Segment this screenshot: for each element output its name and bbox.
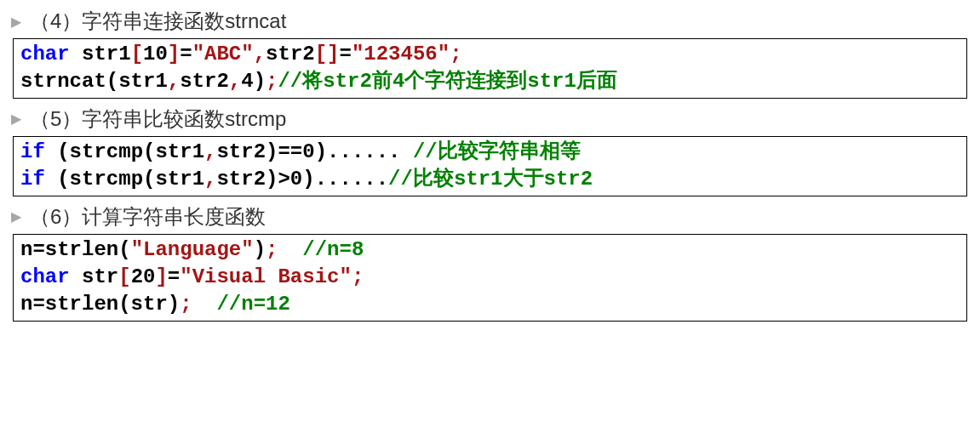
- code-block: if (strcmp(str1,str2)==0)...... //比较字符串相…: [13, 136, 967, 196]
- code-token: "Visual Basic": [180, 265, 352, 288]
- code-token: str: [70, 265, 119, 288]
- code-token: ): [254, 238, 266, 261]
- code-token: 4): [241, 70, 266, 93]
- code-token: ,: [204, 168, 216, 191]
- code-token: strncat(str1: [20, 70, 168, 93]
- code-token: //n=8: [302, 238, 364, 261]
- code-line: char str1[10]="ABC",str2[]="123456";: [20, 41, 960, 68]
- code-token: ,: [229, 70, 241, 93]
- code-token: [278, 238, 302, 261]
- code-token: //n=12: [216, 293, 289, 316]
- code-token: "ABC": [192, 43, 254, 65]
- code-token: [192, 293, 217, 316]
- code-block: n=strlen("Language"); //n=8char str[20]=…: [13, 234, 967, 322]
- code-token: []: [315, 43, 340, 65]
- section: ▶（6）计算字符串长度函数n=strlen("Language"); //n=8…: [13, 203, 967, 322]
- code-token: str2)==0)......: [216, 140, 412, 163]
- code-line: strncat(str1,str2,4);//将str2前4个字符连接到str1…: [20, 68, 960, 95]
- code-token: char: [20, 265, 70, 288]
- code-token: ,: [204, 140, 216, 163]
- code-token: ;: [266, 70, 278, 93]
- section: ▶（4）字符串连接函数strncatchar str1[10]="ABC",st…: [13, 8, 967, 99]
- bullet-icon: ▶: [11, 111, 21, 127]
- code-line: n=strlen(str); //n=12: [20, 291, 960, 318]
- code-token: if: [20, 168, 45, 191]
- section-heading: ▶（4）字符串连接函数strncat: [13, 8, 967, 35]
- code-token: ;: [450, 43, 461, 65]
- code-token: char: [20, 43, 70, 65]
- code-token: (strcmp(str1: [45, 168, 204, 191]
- code-token: =: [168, 265, 180, 288]
- code-token: str2: [180, 70, 229, 93]
- bullet-icon: ▶: [11, 208, 21, 225]
- code-token: //比较字符串相等: [413, 140, 581, 163]
- code-block: char str1[10]="ABC",str2[]="123456";strn…: [13, 38, 967, 99]
- code-line: if (strcmp(str1,str2)>0)......//比较str1大于…: [20, 166, 960, 193]
- heading-text: （4）字符串连接函数strncat: [30, 8, 286, 35]
- code-token: ;: [266, 238, 278, 261]
- section-heading: ▶（5）字符串比较函数strcmp: [13, 105, 967, 133]
- section-heading: ▶（6）计算字符串长度函数: [13, 203, 967, 231]
- code-token: n=strlen(: [20, 238, 131, 261]
- code-token: ,: [254, 43, 266, 65]
- code-line: n=strlen("Language"); //n=8: [20, 236, 960, 264]
- section: ▶（5）字符串比较函数strcmpif (strcmp(str1,str2)==…: [13, 105, 967, 196]
- bullet-icon: ▶: [11, 14, 21, 30]
- code-token: 20: [131, 265, 156, 288]
- code-token: =: [180, 43, 192, 65]
- code-token: 10: [143, 43, 168, 65]
- code-line: char str[20]="Visual Basic";: [20, 264, 960, 291]
- code-token: if: [20, 140, 45, 163]
- code-token: =: [340, 43, 352, 65]
- code-token: str2)>0)......: [216, 168, 388, 191]
- code-token: ;: [180, 293, 192, 316]
- code-token: (strcmp(str1: [45, 140, 204, 163]
- code-line: if (strcmp(str1,str2)==0)...... //比较字符串相…: [20, 139, 960, 166]
- code-token: str2: [266, 43, 315, 65]
- code-token: ]: [155, 265, 167, 288]
- code-token: "123456": [352, 43, 450, 65]
- code-token: str1: [70, 43, 131, 65]
- code-token: n=strlen(str): [20, 293, 180, 316]
- heading-text: （6）计算字符串长度函数: [30, 203, 266, 231]
- document-content: ▶（4）字符串连接函数strncatchar str1[10]="ABC",st…: [13, 8, 967, 322]
- code-token: ]: [168, 43, 180, 65]
- heading-text: （5）字符串比较函数strcmp: [30, 105, 286, 133]
- code-token: ,: [168, 70, 180, 93]
- code-token: [: [118, 265, 130, 288]
- code-token: [: [131, 43, 143, 65]
- code-token: ;: [352, 265, 364, 288]
- code-token: //将str2前4个字符连接到str1后面: [278, 70, 616, 93]
- code-token: "Language": [131, 238, 254, 261]
- code-token: //比较str1大于str2: [388, 168, 593, 191]
